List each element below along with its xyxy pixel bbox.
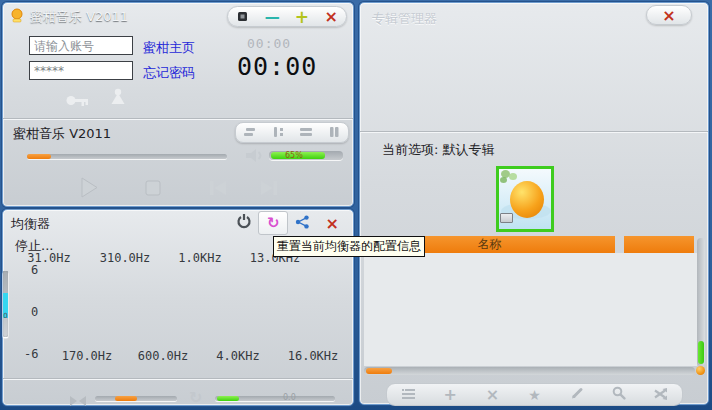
bar-dots-icon <box>271 123 285 142</box>
album-edit-button[interactable] <box>562 384 592 405</box>
album-list-area[interactable] <box>364 253 697 366</box>
balance-reset-button[interactable] <box>69 392 87 410</box>
login-key-button[interactable] <box>65 92 91 111</box>
balance-slider[interactable] <box>95 396 177 401</box>
plus-button[interactable]: + <box>287 7 317 26</box>
seek-bar-fill <box>27 154 51 159</box>
equalizer-window: 均衡器 ↻ × 停止... 31.0Hz 310.0Hz 1.0KHz 13.0… <box>2 209 354 406</box>
album-delete-button[interactable]: × <box>477 384 507 405</box>
eq-button-group: ↻ × <box>229 211 347 235</box>
view-lyrics-button[interactable] <box>265 123 292 142</box>
freq-label: 170.0Hz <box>62 349 113 363</box>
close-icon: × <box>326 214 339 233</box>
album-divider <box>360 131 708 133</box>
eq-band-value: 0 <box>1 312 10 320</box>
balance-thumb <box>115 396 137 401</box>
stop-icon <box>145 182 162 201</box>
play-button[interactable] <box>79 176 99 203</box>
reset-tooltip: 重置当前均衡器的配置信息 <box>273 236 425 257</box>
tempo-value-label: 0.0 <box>283 393 296 402</box>
power-icon <box>236 213 252 233</box>
album-toolbar: + × ★ <box>386 383 683 406</box>
eq-share-button[interactable] <box>288 211 317 235</box>
close-button[interactable]: × <box>317 7 347 26</box>
seek-bar[interactable] <box>27 154 227 159</box>
tempo-thumb <box>217 396 239 401</box>
share-icon <box>295 214 310 233</box>
minimize-icon: — <box>265 12 280 22</box>
album-shuffle-button[interactable] <box>646 384 676 405</box>
plus-icon: + <box>444 385 457 404</box>
view-playlist-button[interactable] <box>237 123 264 142</box>
freq-label: 4.0KHz <box>216 349 259 363</box>
star-icon: ★ <box>528 387 541 403</box>
freq-label: 1.0KHz <box>178 251 221 265</box>
double-bars-icon <box>299 123 313 142</box>
eq-scale-mid: 0 <box>31 305 38 319</box>
eq-band-slider[interactable]: 0 <box>3 271 8 337</box>
next-button[interactable] <box>259 180 279 200</box>
equalizer-title: 均衡器 <box>11 215 50 233</box>
volume-slider[interactable]: 65% <box>269 151 343 160</box>
leaf-decoration <box>509 173 517 180</box>
timer-small: 00:00 <box>247 36 291 51</box>
next-track-icon <box>259 181 279 200</box>
view-menu-button[interactable] <box>293 123 320 142</box>
eq-power-button[interactable] <box>229 211 258 235</box>
album-favorite-button[interactable]: ★ <box>519 384 549 405</box>
horizontal-scrollbar-thumb[interactable] <box>366 368 392 374</box>
album-close-button[interactable]: × <box>647 6 691 24</box>
home-link[interactable]: 蜜柑主页 <box>143 39 195 57</box>
reset-icon: ↻ <box>267 214 280 232</box>
view-equalizer-button[interactable] <box>321 123 348 142</box>
eq-close-button[interactable]: × <box>318 211 347 235</box>
previous-track-icon <box>208 181 228 200</box>
password-input[interactable] <box>29 61 133 80</box>
close-icon: × <box>662 6 675 25</box>
play-icon <box>79 184 99 203</box>
vertical-scrollbar-thumb[interactable] <box>698 341 704 364</box>
tempo-slider[interactable]: 0.0 <box>215 396 335 401</box>
stacked-bars-icon <box>243 123 257 142</box>
player-window-title: 蜜柑音乐 V2011 <box>30 8 128 26</box>
album-list-button[interactable] <box>393 384 423 405</box>
freq-label: 600.0Hz <box>138 349 189 363</box>
previous-button[interactable] <box>208 180 228 200</box>
search-icon <box>612 385 626 404</box>
titlebar-button-group: — + × <box>227 6 347 27</box>
view-button-group <box>235 122 349 143</box>
maximize-button[interactable] <box>228 7 258 26</box>
shuffle-icon <box>653 385 668 404</box>
scrollbar-corner-handle[interactable] <box>696 366 705 375</box>
speaker-icon[interactable] <box>245 147 266 168</box>
eq-divider <box>3 378 353 380</box>
leaf-decoration <box>500 177 507 183</box>
tempo-reset-button[interactable]: ↻ <box>189 388 202 407</box>
horizontal-scrollbar[interactable] <box>364 367 695 375</box>
album-manager-window: 专辑管理器 × 当前选项: 默认专辑 名称 + × ★ <box>359 2 709 405</box>
pause-bars-icon <box>327 123 341 142</box>
freq-label: 310.0Hz <box>100 251 151 265</box>
freq-label: 16.0KHz <box>288 349 339 363</box>
key-icon <box>65 92 91 111</box>
stop-button[interactable] <box>145 180 162 201</box>
folder-icon[interactable] <box>500 213 513 223</box>
pencil-icon <box>570 385 584 404</box>
eq-scale-top: 6 <box>31 263 38 277</box>
player-window: 蜜柑音乐 V2011 — + × 蜜柑主页 00:00 忘记密码 00:00 蜜… <box>2 2 354 207</box>
cross-icon: × <box>486 385 499 404</box>
now-playing-label: 蜜柑音乐 V2011 <box>13 125 111 143</box>
column-header-extra[interactable] <box>624 236 694 253</box>
player-divider <box>3 118 353 120</box>
minimize-button[interactable]: — <box>258 7 288 26</box>
register-user-button[interactable] <box>109 88 127 109</box>
album-manager-title: 专辑管理器 <box>372 10 437 28</box>
album-add-button[interactable]: + <box>435 384 465 405</box>
forgot-password-link[interactable]: 忘记密码 <box>143 64 195 82</box>
maximize-icon <box>237 7 248 26</box>
album-search-button[interactable] <box>604 384 634 405</box>
vertical-scrollbar[interactable] <box>697 238 705 366</box>
album-thumbnail[interactable] <box>496 166 554 232</box>
eq-reset-button[interactable]: ↻ <box>258 211 288 235</box>
account-input[interactable] <box>29 36 133 55</box>
